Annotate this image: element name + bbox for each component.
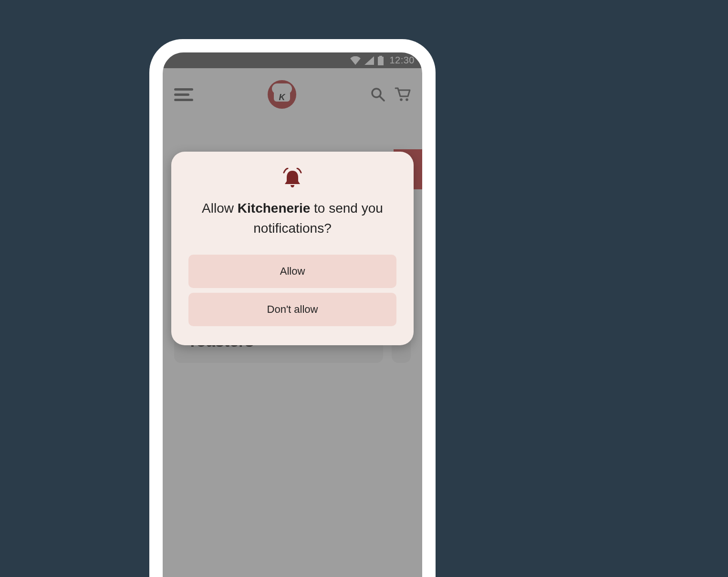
notification-permission-dialog: Allow Kitchenerie to send you notificati… (171, 152, 414, 345)
dialog-message-pre: Allow (202, 201, 238, 216)
bell-icon (188, 168, 396, 189)
deny-button[interactable]: Don't allow (188, 293, 396, 326)
dialog-message: Allow Kitchenerie to send you notificati… (188, 198, 396, 238)
allow-button[interactable]: Allow (188, 255, 396, 288)
dialog-brand: Kitchenerie (238, 201, 311, 216)
phone-screen: 12:30 K (163, 52, 422, 577)
phone-frame: 12:30 K (149, 39, 436, 577)
